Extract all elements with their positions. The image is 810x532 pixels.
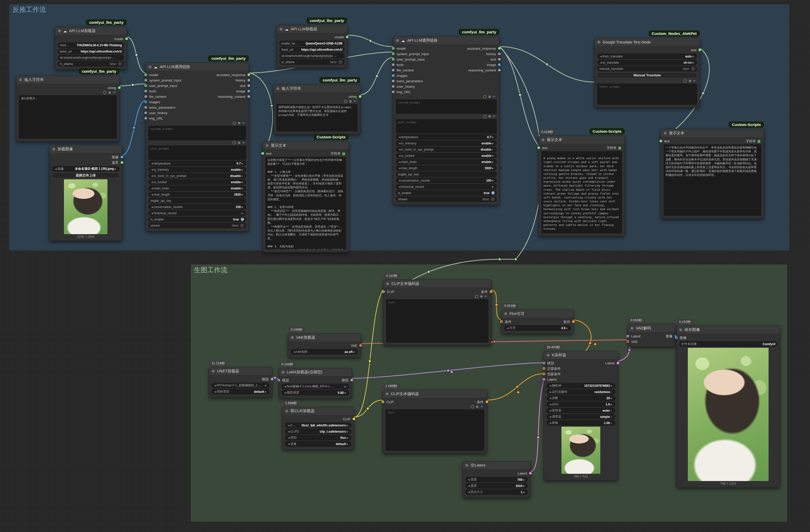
combo-right-arrow-icon[interactable]: ▶ — [491, 179, 495, 182]
output-port[interactable] — [359, 344, 362, 347]
textarea-llm-chain-2[interactable]: system_prompt — [396, 99, 497, 114]
combo-left-arrow-icon[interactable]: ◀ — [398, 161, 401, 163]
mute-icon[interactable] — [344, 100, 347, 103]
mute-icon[interactable] — [684, 80, 687, 83]
node-header[interactable]: 输入字符串 — [16, 76, 119, 84]
node-header[interactable]: 加载图像 — [49, 145, 122, 153]
node-vae-decode[interactable]: 0.550秒VAE解码Latent图像VAE — [628, 324, 676, 347]
node-header[interactable]: LoRA加载器(仅模型) — [279, 368, 352, 377]
gear-icon[interactable]: ⚙ — [476, 405, 479, 408]
output-port[interactable] — [498, 52, 501, 55]
field-base_url[interactable]: base_urlhttps://api.siliconflow.cn/v1/ — [58, 49, 124, 54]
input-port[interactable] — [144, 117, 147, 119]
gear-icon[interactable]: ⚙ — [108, 91, 111, 94]
node-header[interactable]: CLIP文本编码器 — [383, 390, 487, 398]
output-port[interactable] — [120, 156, 123, 159]
combo-right-arrow-icon[interactable]: ▶ — [114, 168, 117, 170]
textarea-google-translate[interactable]: Input prompt — [597, 84, 697, 105]
textarea-llm-chain-2[interactable]: user_prompt — [396, 119, 497, 134]
combo-right-arrow-icon[interactable]: ▶ — [491, 148, 495, 151]
node-header[interactable]: Flux引导 — [501, 310, 573, 318]
combo-right-arrow-icon[interactable]: ▶ — [610, 416, 613, 418]
field-文件名前缀[interactable]: 文件名前缀ComfyUI — [679, 341, 777, 347]
combo-left-arrow-icon[interactable]: ◀ — [284, 385, 287, 388]
input-port[interactable] — [392, 69, 394, 71]
combo-right-arrow-icon[interactable]: ▶ — [241, 174, 244, 177]
collapse-dot-icon[interactable] — [52, 148, 55, 151]
combo-left-arrow-icon[interactable]: ◀ — [287, 430, 290, 433]
node-dualclip-loader[interactable]: 1.688秒双CLIP加载器CLIP◀C ...t5xxl_fp8_e4m3fn… — [282, 407, 354, 450]
textarea-display-text-2[interactable]: A young woman in a white sailor uniform … — [541, 151, 622, 233]
toggle-circle[interactable] — [339, 60, 342, 64]
toggle-is_ollama[interactable]: is_ollamafalse — [58, 61, 124, 67]
combo-left-arrow-icon[interactable]: ◀ — [398, 148, 401, 151]
combo-left-arrow-icon[interactable]: ◀ — [398, 179, 401, 182]
button-google-translate[interactable]: Manual Trasnlate — [597, 72, 697, 78]
widget-采样器[interactable]: ◀采样器euler▶ — [547, 408, 615, 413]
node-header[interactable]: CLIP文本编码器 — [383, 280, 491, 288]
node-lora-loader[interactable]: 0.104秒LoRA加载器(仅模型)模型模型◀flux\墨幽-F.1-Lora-… — [278, 368, 352, 398]
combo-left-arrow-icon[interactable]: ◀ — [398, 167, 401, 169]
node-google-translate[interactable]: Custom_Nodes_AlekPetGoogle Translate Tex… — [594, 38, 700, 107]
node-header[interactable]: VAE加载器 — [288, 334, 361, 342]
node-clip-encode-2[interactable]: 1.099秒CLIP文本编码器CLIP条件⚙text — [383, 390, 487, 454]
combo-left-arrow-icon[interactable]: ◀ — [150, 174, 154, 177]
field-mod ...[interactable]: mod ...THUDM/GLM-4.1V-9B-Thinking — [58, 43, 124, 48]
combo-right-arrow-icon[interactable]: ▶ — [610, 422, 613, 425]
input-port[interactable] — [392, 90, 394, 93]
node-ksampler[interactable]: 26.403秒K采样器模型Latent正面条件负面条件Latent◀随机种107… — [544, 351, 618, 481]
widget-引导[interactable]: ◀引导3.5▶ — [504, 325, 571, 331]
speaker-icon[interactable] — [693, 79, 696, 83]
combo-left-arrow-icon[interactable]: ◀ — [54, 168, 58, 170]
node-vae-loader[interactable]: 0.169秒VAE加载器VAE◀vae名称ae.sft▶ — [288, 333, 361, 358]
node-input-string-1[interactable]: comfyui_llm_party输入字符串string⚙请分析图片： — [16, 76, 119, 142]
combo-left-arrow-icon[interactable]: ◀ — [398, 185, 401, 188]
node-llm-loader-1[interactable]: comfyui_llm_party☁API LLM加载器modelmod ...… — [55, 27, 127, 70]
collapse-dot-icon[interactable] — [679, 328, 682, 331]
node-clip-encode-1[interactable]: 0.110秒CLIP文本编码器CLIP条件⚙text — [383, 280, 491, 346]
output-port[interactable] — [346, 36, 349, 38]
input-port[interactable] — [382, 401, 384, 403]
widget-调度器[interactable]: ◀调度器simple▶ — [547, 414, 615, 419]
input-port[interactable] — [500, 320, 503, 323]
input-port[interactable] — [627, 340, 629, 343]
widget-conversation_rounds[interactable]: ◀conversation_rounds100▶ — [396, 178, 497, 183]
combo-left-arrow-icon[interactable]: ◀ — [150, 181, 154, 183]
combo-left-arrow-icon[interactable]: ◀ — [398, 154, 401, 157]
node-input-string-2[interactable]: comfyui_llm_party输入字符串string⚙请帮我根据图片描述生成… — [273, 84, 360, 134]
reroute-dot[interactable] — [514, 258, 517, 261]
combo-right-arrow-icon[interactable]: ▶ — [346, 424, 349, 427]
combo-right-arrow-icon[interactable]: ▶ — [241, 193, 244, 196]
mute-icon[interactable] — [103, 91, 107, 94]
input-port[interactable] — [392, 58, 394, 61]
toggle-stream[interactable]: streamfalse — [396, 196, 497, 202]
collapse-dot-icon[interactable] — [504, 312, 507, 315]
widget-图像[interactable]: ◀图像未命名项目-图层 1 (39).jpeg▶ — [52, 166, 119, 171]
widget-剪枝类型[interactable]: ◀剪枝类型default▶ — [211, 389, 270, 394]
output-port[interactable] — [247, 84, 250, 87]
gear-icon[interactable]: ⚙ — [349, 100, 352, 103]
field-model_na ...[interactable]: model_na ...Qwen/Qwen3-235B-A22B — [279, 40, 344, 46]
reroute-dot[interactable] — [498, 258, 501, 261]
input-port[interactable] — [392, 52, 394, 55]
widget-类型[interactable]: ◀类型flux▶ — [285, 435, 351, 440]
combo-right-arrow-icon[interactable]: ▶ — [264, 384, 268, 387]
combo-right-arrow-icon[interactable]: ▶ — [565, 327, 569, 329]
widget-is_locked[interactable]: ◀is_lockedenable▶ — [148, 179, 246, 185]
output-port[interactable] — [617, 362, 619, 364]
input-port[interactable] — [144, 84, 147, 87]
speaker-icon[interactable] — [481, 405, 484, 409]
combo-right-arrow-icon[interactable]: ▶ — [344, 392, 347, 394]
input-port[interactable] — [144, 106, 147, 109]
widget-宽度[interactable]: ◀宽度768▶ — [465, 477, 528, 482]
combo-left-arrow-icon[interactable]: ◀ — [287, 436, 290, 439]
collapse-dot-icon[interactable] — [265, 144, 269, 147]
node-header[interactable]: 空Latent — [463, 461, 531, 470]
input-port[interactable] — [542, 372, 545, 375]
textarea-display-text-1[interactable]: 这张图片展现了**一位穿着水手服的女性在户外环境中的侧面形象**，可从以下维度分… — [265, 157, 346, 249]
node-header[interactable]: Google Translate Text Node — [595, 38, 700, 46]
widget-historical_record[interactable]: ◀historical_record▶ — [148, 210, 246, 216]
combo-left-arrow-icon[interactable]: ◀ — [214, 390, 217, 393]
combo-left-arrow-icon[interactable]: ◀ — [467, 491, 471, 494]
speaker-icon[interactable] — [493, 95, 496, 99]
